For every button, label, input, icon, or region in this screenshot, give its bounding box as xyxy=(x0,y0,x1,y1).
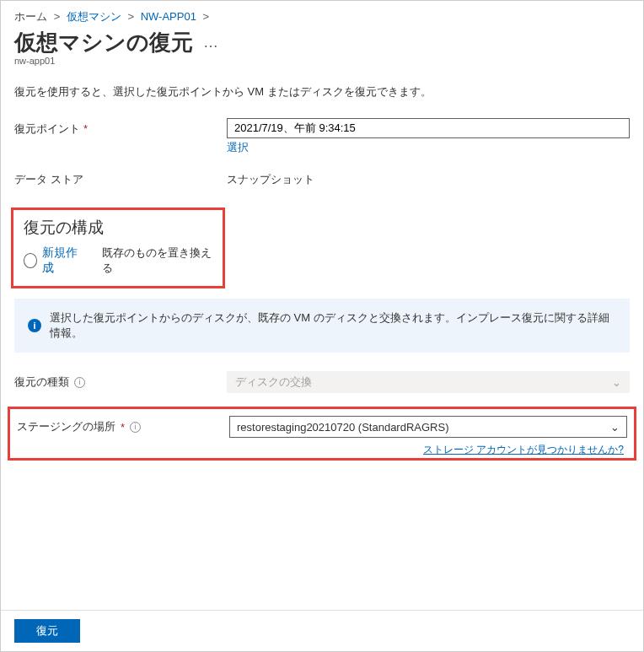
restore-point-input[interactable] xyxy=(227,118,630,138)
staging-location-select[interactable]: restorestaging20210720 (StandardRAGRS) ⌄ xyxy=(229,416,627,438)
info-icon: i xyxy=(28,319,41,332)
datastore-label: データ ストア xyxy=(14,169,227,187)
datastore-value: スナップショット xyxy=(227,169,630,187)
radio-new-create[interactable]: 新規作成 xyxy=(24,245,85,276)
chevron-right-icon: > xyxy=(127,10,134,23)
info-icon[interactable]: i xyxy=(74,377,85,388)
chevron-down-icon: ⌄ xyxy=(610,421,620,434)
info-banner-text: 選択した復元ポイントからのディスクが、既存の VM のディスクと交換されます。イ… xyxy=(50,310,616,341)
more-actions-button[interactable]: … xyxy=(203,34,218,51)
footer: 復元 xyxy=(1,610,643,651)
select-restore-point-link[interactable]: 選択 xyxy=(227,140,249,155)
staging-highlight: ステージングの場所* i restorestaging20210720 (Sta… xyxy=(8,407,636,461)
restore-config-title: 復元の構成 xyxy=(24,217,212,239)
staging-label: ステージングの場所* i xyxy=(17,416,229,434)
page-description: 復元を使用すると、選択した復元ポイントから VM またはディスクを復元できます。 xyxy=(14,84,630,100)
chevron-down-icon: ⌄ xyxy=(612,376,621,389)
breadcrumb-app[interactable]: NW-APP01 xyxy=(141,10,196,23)
radio-replace-existing[interactable]: 既存のものを置き換える xyxy=(102,245,212,276)
restore-type-label: 復元の種類 i xyxy=(14,371,227,390)
breadcrumb-home[interactable]: ホーム xyxy=(14,10,47,23)
breadcrumb: ホーム > 仮想マシン > NW-APP01 > xyxy=(14,8,630,28)
info-icon[interactable]: i xyxy=(130,422,141,433)
chevron-right-icon: > xyxy=(203,10,210,23)
page-title: 仮想マシンの復元 xyxy=(14,28,193,57)
chevron-right-icon: > xyxy=(54,10,61,23)
restore-config-highlight: 復元の構成 新規作成 既存のものを置き換える xyxy=(11,207,225,288)
breadcrumb-vm[interactable]: 仮想マシン xyxy=(67,10,121,23)
radio-icon xyxy=(24,253,37,268)
restore-point-label: 復元ポイント* xyxy=(14,118,227,137)
info-banner: i 選択した復元ポイントからのディスクが、既存の VM のディスクと交換されます… xyxy=(14,299,630,353)
storage-help-link[interactable]: ストレージ アカウントが見つかりませんか? xyxy=(423,443,624,457)
restore-type-select: ディスクの交換 ⌄ xyxy=(227,371,630,393)
restore-button[interactable]: 復元 xyxy=(14,619,80,643)
svg-text:i: i xyxy=(33,321,35,331)
